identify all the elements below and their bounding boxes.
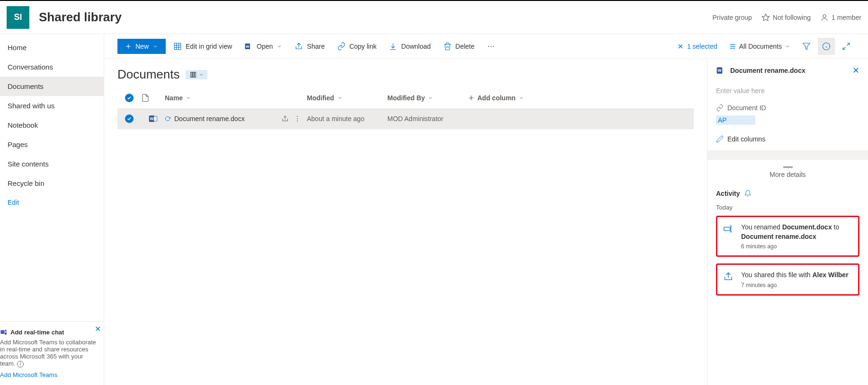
modified-by-column-header[interactable]: Modified By (387, 94, 468, 102)
command-bar: New Edit in grid view W Open Share Copy … (104, 34, 868, 59)
close-icon[interactable]: ✕ (95, 324, 101, 333)
download-icon (389, 42, 397, 51)
sidebar-item-notebook[interactable]: Notebook (0, 115, 104, 135)
svg-rect-6 (174, 43, 181, 50)
svg-point-38 (297, 121, 298, 122)
help-icon[interactable]: i (17, 361, 24, 368)
view-selector[interactable]: All Documents (724, 39, 795, 54)
delete-label: Delete (456, 43, 474, 50)
svg-line-26 (847, 43, 850, 45)
svg-line-27 (843, 47, 845, 49)
download-button[interactable]: Download (384, 38, 435, 54)
sidebar-item-home[interactable]: Home (0, 38, 104, 57)
delete-button[interactable]: Delete (438, 38, 479, 54)
add-column-button[interactable]: Add column (468, 94, 539, 102)
plus-icon (125, 43, 132, 50)
sidebar-item-shared-with-us[interactable]: Shared with us (0, 96, 104, 115)
svg-point-37 (297, 118, 298, 119)
teams-icon (0, 328, 8, 336)
svg-rect-30 (194, 72, 196, 77)
activity-time: 6 minutes ago (741, 243, 852, 250)
edit-columns-label: Edit columns (727, 135, 765, 143)
sidebar-edit-link[interactable]: Edit (0, 193, 104, 212)
ellipsis-vertical-icon[interactable] (294, 115, 301, 122)
modified-header-label: Modified (307, 94, 334, 102)
expand-button[interactable] (838, 38, 855, 55)
panel-file-name: Document rename.docx (730, 67, 805, 74)
sidebar-item-recycle-bin[interactable]: Recycle bin (0, 174, 104, 193)
info-button[interactable] (818, 38, 835, 55)
tiles-icon (189, 71, 197, 79)
more-details-button[interactable]: More details (716, 160, 859, 185)
svg-rect-35 (154, 116, 157, 121)
svg-marker-0 (762, 14, 769, 20)
person-icon (820, 13, 829, 22)
close-icon[interactable]: ✕ (852, 65, 859, 76)
table-row[interactable]: W Document rename.docx About a minute ag… (117, 108, 694, 129)
filter-button[interactable] (798, 38, 815, 55)
row-select-cell[interactable] (117, 114, 141, 123)
activity-item-rename[interactable]: You renamed Document.docx to Document re… (716, 216, 859, 257)
grid-icon (173, 42, 182, 51)
word-icon: W (148, 114, 158, 123)
copy-link-button[interactable]: Copy link (332, 38, 382, 54)
activity-item-share[interactable]: You shared this file with Alex Wilber 7 … (716, 263, 859, 296)
rename-icon (723, 224, 734, 234)
document-id-label: Document ID (727, 104, 766, 112)
select-all-cell[interactable] (117, 94, 141, 102)
name-column-header[interactable]: Name (165, 94, 307, 102)
sidebar-item-conversations[interactable]: Conversations (0, 57, 104, 77)
follow-toggle[interactable]: Not following (761, 13, 811, 22)
tiles-toggle-button[interactable] (186, 70, 207, 79)
expand-icon (842, 42, 850, 51)
activity-text: You renamed Document.docx to Document re… (741, 223, 852, 241)
sidebar-item-site-contents[interactable]: Site contents (0, 154, 104, 174)
svg-rect-2 (0, 330, 4, 334)
sidebar-item-documents[interactable]: Documents (0, 77, 104, 96)
svg-point-15 (491, 45, 492, 46)
activity-time: 7 minutes ago (741, 282, 849, 289)
name-header-label: Name (165, 94, 183, 102)
word-icon: W (244, 42, 253, 51)
sidebar-item-pages[interactable]: Pages (0, 135, 104, 154)
title-input-placeholder[interactable]: Enter value here (716, 87, 859, 95)
filter-icon (802, 42, 811, 51)
add-column-label: Add column (477, 94, 516, 102)
word-icon: W (716, 66, 725, 75)
list-icon (729, 43, 736, 50)
library-title: Documents (117, 67, 180, 82)
selection-count[interactable]: 1 selected (677, 43, 717, 50)
share-icon[interactable] (281, 115, 289, 122)
file-type-header[interactable] (141, 94, 165, 102)
link-icon (716, 104, 724, 112)
modified-cell: About a minute ago (307, 115, 387, 122)
add-teams-link[interactable]: Add Microsoft Teams (0, 371, 100, 378)
chevron-down-icon (785, 44, 790, 49)
document-id-value[interactable]: AP (716, 115, 755, 125)
svg-text:W: W (718, 68, 722, 73)
edit-columns-button[interactable]: Edit columns (716, 135, 859, 143)
svg-point-16 (493, 45, 494, 46)
share-button[interactable]: Share (290, 38, 329, 54)
chevron-down-icon (186, 95, 191, 101)
bell-icon[interactable] (744, 190, 752, 197)
edit-grid-button[interactable]: Edit in grid view (169, 38, 237, 54)
modified-column-header[interactable]: Modified (307, 94, 387, 102)
more-actions-button[interactable] (482, 38, 500, 54)
info-icon (822, 42, 831, 51)
file-name-cell[interactable]: Document rename.docx (174, 115, 245, 122)
new-button[interactable]: New (117, 39, 166, 54)
activity-text: You shared this file with Alex Wilber (741, 271, 849, 280)
chevron-down-icon (199, 72, 204, 77)
svg-rect-41 (724, 227, 730, 230)
open-button[interactable]: W Open (240, 38, 287, 54)
grip-icon (783, 166, 793, 168)
activity-day-label: Today (716, 204, 859, 211)
view-label: All Documents (739, 43, 782, 50)
teams-promo-panel: ✕ Add real-time chat Add Microsoft Teams… (0, 321, 104, 385)
members-link[interactable]: 1 member (820, 13, 861, 22)
svg-point-14 (488, 45, 489, 46)
svg-point-1 (823, 15, 826, 18)
star-icon (761, 13, 770, 22)
follow-label: Not following (773, 14, 811, 21)
